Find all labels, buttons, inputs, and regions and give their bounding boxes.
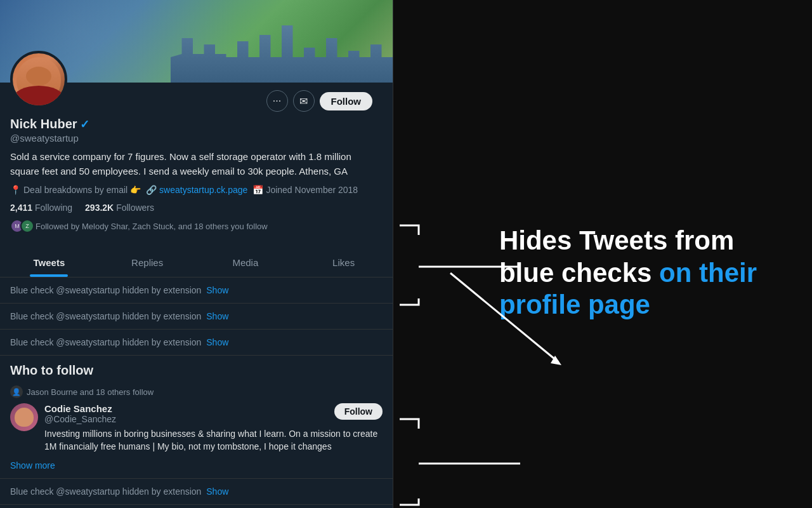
- suggestion-follow-button[interactable]: Follow: [334, 403, 383, 420]
- calendar-icon: 📅: [252, 185, 263, 195]
- meta-link[interactable]: 🔗 sweatystartup.ck.page: [146, 185, 247, 195]
- followed-avatars: M Z: [10, 219, 30, 233]
- svg-marker-3: [551, 356, 561, 365]
- display-name: Nick Huber: [10, 117, 77, 131]
- followed-by-text: Followed by Melody Shar, Zach Stuck, and…: [36, 222, 268, 231]
- tab-tweets[interactable]: Tweets: [0, 248, 98, 277]
- followed-by: M Z Followed by Melody Shar, Zach Stuck,…: [10, 219, 383, 233]
- profile-meta: 📍 Deal breakdowns by email 👉 🔗 sweatysta…: [10, 185, 383, 195]
- hidden-tweet-1: Blue check @sweatystartup hidden by exte…: [0, 277, 393, 304]
- tab-likes[interactable]: Likes: [294, 248, 393, 277]
- wtf-header: 👤 Jason Bourne and 18 others follow: [10, 385, 383, 398]
- hidden-tweet-5: Blue check @sweatystartup hidden by exte…: [0, 505, 393, 508]
- who-to-follow-section: Who to follow 👤 Jason Bourne and 18 othe…: [0, 356, 393, 479]
- verified-badge: ✓: [80, 117, 89, 131]
- hidden-tweet-text-4: Blue check @sweatystartup hidden by exte…: [10, 486, 201, 497]
- hidden-tweet-2: Blue check @sweatystartup hidden by exte…: [0, 304, 393, 330]
- followers-label: Followers: [116, 203, 154, 213]
- hidden-tweet-3: Blue check @sweatystartup hidden by exte…: [0, 330, 393, 356]
- annotation-line2: blue checks on their: [499, 258, 757, 288]
- hidden-tweet-4: Blue check @sweatystartup hidden by exte…: [0, 479, 393, 505]
- show-link-2[interactable]: Show: [206, 311, 228, 321]
- followers-count: 293.2K: [85, 203, 114, 213]
- profile-actions: ··· ✉ Follow: [256, 83, 383, 112]
- hidden-tweet-text-2: Blue check @sweatystartup hidden by exte…: [10, 311, 201, 321]
- more-button[interactable]: ···: [266, 90, 288, 112]
- suggestion-bio: Investing millions in boring businesses …: [44, 428, 383, 453]
- meta-email-text: Deal breakdowns by email 👉: [23, 185, 141, 195]
- annotation-panel: Hides Tweets from blue checks on their p…: [393, 0, 812, 508]
- follow-button[interactable]: Follow: [320, 92, 373, 110]
- avatar: [10, 51, 67, 108]
- profile-info: Nick Huber ✓ @sweatystartup Sold a servi…: [0, 112, 393, 241]
- suggestion-name: Codie Sanchez: [44, 403, 116, 414]
- annotation-text: Hides Tweets from blue checks on their p…: [499, 225, 757, 321]
- following-label: Following: [35, 203, 72, 213]
- suggestion-info: Codie Sanchez @Codie_Sanchez Follow Inve…: [44, 403, 383, 453]
- location-icon: 📍: [10, 185, 21, 195]
- meta-joined-text: Joined November 2018: [266, 185, 358, 195]
- wtf-title: Who to follow: [10, 363, 383, 378]
- meta-link-anchor[interactable]: sweatystartup.ck.page: [159, 185, 247, 195]
- profile-bio: Sold a service company for 7 figures. No…: [10, 150, 383, 178]
- message-button[interactable]: ✉: [293, 90, 315, 112]
- hidden-tweet-text-3: Blue check @sweatystartup hidden by exte…: [10, 337, 201, 347]
- annotation-line4: profile page: [499, 290, 650, 319]
- link-icon: 🔗: [146, 185, 157, 195]
- suggestion-top-row: Codie Sanchez @Codie_Sanchez Follow: [44, 403, 383, 424]
- profile-panel: ··· ✉ Follow Nick Huber ✓ @sweatystartup…: [0, 0, 393, 508]
- suggestion-name-block: Codie Sanchez @Codie_Sanchez: [44, 403, 116, 424]
- profile-handle: @sweatystartup: [10, 133, 383, 144]
- profile-stats: 2,411 Following 293.2K Followers: [10, 203, 383, 213]
- suggestion-card: Codie Sanchez @Codie_Sanchez Follow Inve…: [10, 403, 383, 453]
- mini-avatar-2: Z: [20, 219, 34, 233]
- wtf-user-icon: 👤: [10, 385, 23, 398]
- wtf-header-text: Jason Bourne and 18 others follow: [27, 387, 154, 397]
- hidden-tweet-text-1: Blue check @sweatystartup hidden by exte…: [10, 285, 201, 295]
- show-link-3[interactable]: Show: [206, 337, 228, 347]
- meta-email: 📍 Deal breakdowns by email 👉: [10, 185, 141, 195]
- show-link-1[interactable]: Show: [206, 285, 228, 295]
- meta-joined: 📅 Joined November 2018: [252, 185, 358, 195]
- following-stat[interactable]: 2,411 Following: [10, 203, 72, 213]
- profile-name-row: Nick Huber ✓: [10, 117, 383, 131]
- suggestion-handle: @Codie_Sanchez: [44, 414, 116, 424]
- suggestion-avatar: [10, 403, 38, 431]
- tab-replies[interactable]: Replies: [98, 248, 197, 277]
- profile-tabs: Tweets Replies Media Likes: [0, 248, 393, 277]
- show-link-4[interactable]: Show: [206, 486, 228, 497]
- show-more-button[interactable]: Show more: [10, 460, 383, 471]
- annotation-line1: Hides Tweets from: [499, 225, 734, 255]
- tab-media[interactable]: Media: [197, 248, 295, 277]
- annotation-line3-blue: on their: [659, 258, 757, 288]
- following-count: 2,411: [10, 203, 32, 213]
- followers-stat[interactable]: 293.2K Followers: [85, 203, 154, 213]
